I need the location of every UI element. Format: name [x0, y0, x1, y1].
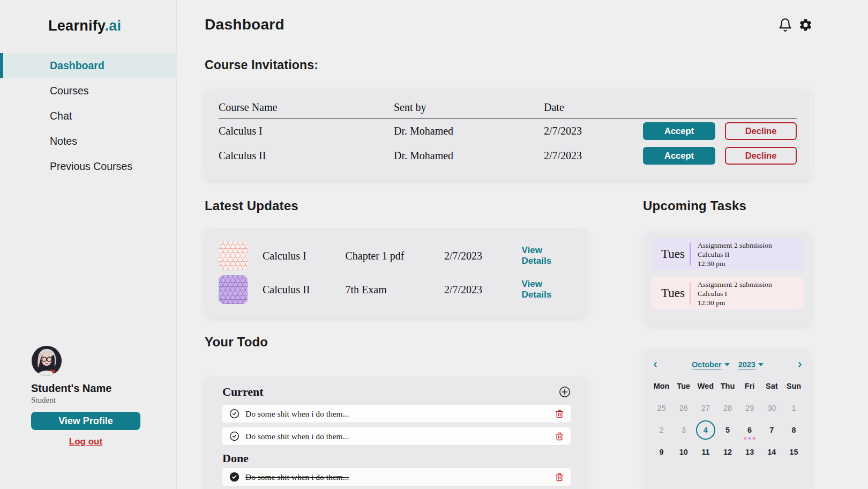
calendar-day[interactable]: 28 [716, 402, 738, 414]
invitation-row: Calculus II Dr. Mohamed 2/7/2023 Accept … [219, 143, 797, 168]
course-thumbnail-icon [219, 275, 248, 304]
calendar-day[interactable]: 25 [650, 402, 672, 414]
delete-todo-icon[interactable] [555, 472, 564, 482]
task-divider [690, 243, 691, 265]
decline-button[interactable]: Decline [725, 122, 797, 140]
view-details-link[interactable]: View Details [521, 245, 574, 266]
month-selector[interactable]: October [692, 360, 730, 369]
decline-button[interactable]: Decline [725, 147, 797, 165]
brand-logo: Learnify.ai [48, 18, 121, 34]
calendar-day[interactable]: 29 [739, 402, 761, 414]
upcoming-task: Tues Assignment 2 submission Calculus II… [651, 238, 804, 270]
course-invitations-card: Course Name Sent by Date Calculus I Dr. … [204, 88, 812, 180]
sidebar-item-notes[interactable]: Notes [0, 129, 177, 154]
calendar-day[interactable]: 7 [761, 424, 783, 436]
calendar-day[interactable]: 1 [783, 402, 805, 414]
sidebar-nav: Dashboard Courses Chat Notes Previous Co… [0, 53, 177, 179]
calendar-day[interactable]: 13 [739, 446, 761, 458]
calendar-day-selected[interactable]: 4 [694, 424, 716, 436]
todo-item-text: Do some shit when i do them... [245, 432, 349, 441]
add-todo-icon[interactable] [559, 386, 571, 398]
task-day: Tues [656, 286, 690, 300]
sidebar-item-chat[interactable]: Chat [0, 103, 177, 129]
course-thumbnail-icon [219, 241, 248, 270]
your-todo-title: Your Todo [205, 335, 268, 350]
sidebar-item-previous-courses[interactable]: Previous Courses [0, 154, 177, 179]
calendar-day[interactable]: 2 [650, 424, 672, 436]
calendar-header: October 2023 [650, 358, 805, 371]
task-course: Calculus II [698, 250, 772, 259]
invitations-table-header: Course Name Sent by Date [219, 97, 797, 118]
calendar-day[interactable]: 9 [650, 446, 672, 458]
task-day: Tues [656, 247, 690, 261]
calendar-day[interactable]: 12 [716, 446, 738, 458]
calendar-day[interactable]: 30 [761, 402, 783, 414]
profile-role: Student [31, 396, 140, 405]
update-course: Calculus I [263, 250, 346, 262]
year-selector[interactable]: 2023 [738, 360, 764, 369]
sidebar-item-label: Dashboard [50, 60, 104, 72]
task-title: Assignment 2 submission [698, 241, 772, 250]
todo-checkbox-icon[interactable] [229, 431, 240, 441]
notification-bell-icon[interactable] [778, 18, 792, 32]
todo-item-text: Do some shit when i do them... [245, 472, 349, 482]
settings-gear-icon[interactable] [798, 18, 813, 32]
sidebar-item-dashboard[interactable]: Dashboard [0, 53, 177, 78]
event-dots [744, 437, 755, 440]
todo-checkbox-checked-icon[interactable] [229, 472, 240, 482]
chevron-right-icon[interactable] [795, 360, 805, 369]
todo-section-label-current: Current [222, 385, 264, 399]
day-header: Fri [739, 382, 761, 392]
task-divider [690, 282, 691, 305]
calendar-card: October 2023 Mon Tue Wed Thu Fri Sat Sun… [643, 349, 812, 489]
todo-item-text: Do some shit when i do them... [245, 409, 349, 419]
delete-todo-icon[interactable] [555, 432, 564, 441]
update-course: Calculus II [263, 284, 346, 296]
invitation-course: Calculus I [219, 125, 394, 137]
todo-item: Do some shit when i do them... [222, 405, 571, 423]
upcoming-tasks-title: Upcoming Tasks [643, 198, 746, 213]
task-time: 12:30 pm [698, 259, 772, 268]
task-time: 12:30 pm [698, 298, 772, 307]
accept-button[interactable]: Accept [643, 122, 715, 140]
calendar-day[interactable]: 5 [716, 424, 738, 436]
accept-button[interactable]: Accept [643, 147, 715, 165]
todo-checkbox-icon[interactable] [229, 409, 240, 419]
learnify-dashboard-app: Learnify.ai Dashboard Courses Chat Notes… [0, 0, 868, 489]
logout-link[interactable]: Log out [31, 436, 140, 447]
chevron-down-icon [724, 363, 730, 366]
view-details-link[interactable]: View Details [521, 279, 574, 300]
sidebar-item-label: Chat [50, 110, 72, 122]
column-header-date: Date [544, 101, 624, 114]
day-header: Sat [761, 382, 783, 392]
sidebar-item-courses[interactable]: Courses [0, 78, 177, 103]
calendar-day-number: 6 [747, 426, 752, 434]
calendar-day[interactable]: 8 [783, 424, 805, 436]
view-profile-button[interactable]: View Profile [31, 412, 140, 430]
day-header: Thu [716, 382, 738, 392]
calendar-day[interactable]: 15 [783, 446, 805, 458]
invitation-date: 2/7/2023 [544, 150, 624, 162]
invitation-sent-by: Dr. Mohamed [394, 150, 544, 162]
avatar-illustration [31, 345, 62, 376]
brand-suffix: .ai [104, 18, 121, 34]
calendar-day[interactable]: 27 [694, 402, 716, 414]
invitation-actions: Accept Decline [643, 122, 797, 140]
todo-item: Do some shit when i do them... [222, 427, 571, 445]
calendar-day[interactable]: 11 [694, 446, 716, 458]
update-item: 7th Exam [346, 284, 444, 296]
calendar-day[interactable]: 26 [672, 402, 694, 414]
course-invitations-title: Course Invitations: [205, 58, 318, 72]
calendar-day[interactable]: 3 [672, 424, 694, 436]
chevron-left-icon[interactable] [650, 360, 660, 369]
calendar-day-with-events[interactable]: 6 [739, 424, 761, 436]
delete-todo-icon[interactable] [555, 409, 564, 419]
avatar [31, 345, 62, 376]
calendar-day[interactable]: 14 [761, 446, 783, 458]
update-row: Calculus II 7th Exam 2/7/2023 View Detai… [219, 275, 574, 304]
column-header-sent-by: Sent by [394, 101, 544, 114]
task-title: Assignment 2 submission [698, 280, 772, 289]
sidebar-item-label: Notes [50, 135, 77, 147]
calendar-day[interactable]: 10 [672, 446, 694, 458]
sidebar-item-label: Previous Courses [50, 160, 132, 173]
